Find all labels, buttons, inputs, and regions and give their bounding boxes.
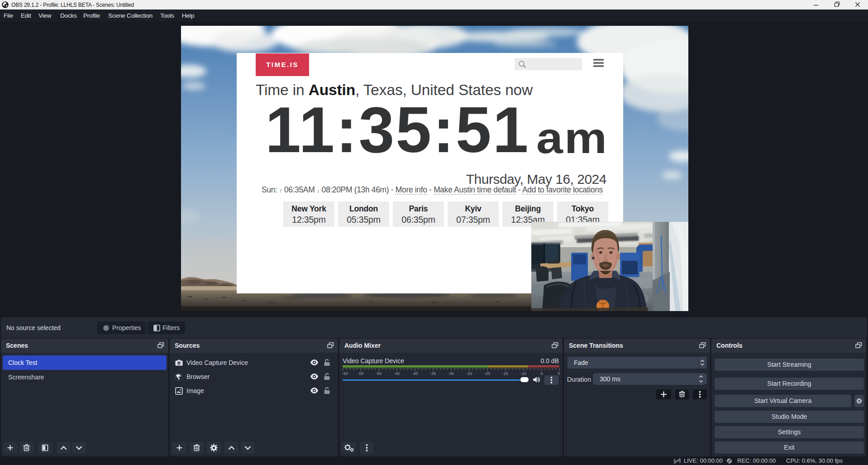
svg-text:-45: -45 <box>394 371 400 375</box>
svg-text:-35: -35 <box>430 371 436 375</box>
svg-text:-10: -10 <box>520 371 526 375</box>
svg-text:-5: -5 <box>539 371 543 375</box>
svg-text:-25: -25 <box>466 371 472 375</box>
svg-text:-40: -40 <box>412 371 418 375</box>
svg-text:0: 0 <box>558 371 560 375</box>
svg-text:-60: -60 <box>342 371 348 375</box>
svg-text:-50: -50 <box>376 371 382 375</box>
svg-text:-30: -30 <box>448 371 454 375</box>
svg-text:-55: -55 <box>358 371 363 375</box>
svg-text:-20: -20 <box>484 371 490 375</box>
svg-text:-15: -15 <box>502 371 508 375</box>
